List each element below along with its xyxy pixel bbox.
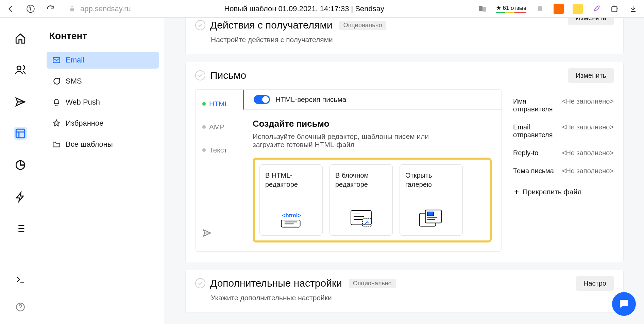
icon-rail (0, 18, 41, 324)
section-recipients: Изменить Действия с получателями Опциона… (185, 18, 624, 54)
sidebar: Контент Email SMS Web Push Избранное (41, 18, 165, 324)
browser-chrome: app.sendsay.ru Новый шаблон 01.09.2021, … (0, 0, 644, 18)
svg-rect-4 (612, 6, 617, 12)
svg-rect-6 (16, 129, 25, 138)
section-extra: Настро Дополнительные настройки Опционал… (185, 270, 624, 312)
rail-stats-icon[interactable] (14, 159, 27, 172)
sidebar-item-label: Все шаблоны (66, 140, 113, 149)
sidebar-item-email[interactable]: Email (47, 52, 159, 69)
rail-console-icon[interactable] (14, 273, 27, 287)
main-content: Изменить Действия с получателями Опциона… (165, 18, 644, 324)
folder-icon (52, 140, 61, 149)
url-area[interactable]: app.sendsay.ru (67, 4, 131, 14)
feather-icon[interactable] (592, 4, 601, 14)
download-icon[interactable] (628, 4, 638, 14)
rail-templates-icon[interactable] (14, 127, 27, 140)
sidebar-item-all-templates[interactable]: Все шаблоны (47, 136, 159, 153)
url-text: app.sendsay.ru (80, 4, 131, 13)
optional-badge: Опционально (349, 279, 396, 288)
bookmark-icon[interactable] (535, 4, 545, 14)
toggle-label: HTML-версия письма (275, 95, 346, 104)
block-editor-icon (348, 209, 375, 229)
card-block-editor[interactable]: В блочном редакторе (329, 164, 393, 236)
svg-text:<html>: <html> (282, 212, 301, 219)
section-desc: Укажите дополнительные настройки (211, 294, 614, 302)
meta-sender-email: Email отправителя <Не заполнено> (513, 123, 614, 139)
editor-pane: HTML-версия письма Создайте письмо Испол… (243, 90, 501, 251)
rail-send-icon[interactable] (14, 95, 27, 108)
section-title: Письмо (210, 70, 246, 81)
chat-icon (52, 77, 61, 86)
yandex-logo-icon[interactable] (26, 4, 35, 14)
reviews-badge[interactable]: ★ 61 отзыв (496, 4, 526, 13)
test-send-button[interactable] (202, 228, 236, 238)
chat-fab[interactable] (612, 292, 636, 316)
sidebar-item-favorites[interactable]: Избранное (47, 115, 159, 132)
svg-rect-2 (479, 6, 482, 11)
tab-title: Новый шаблон 01.09.2021, 14:17:33 | Send… (141, 4, 468, 13)
card-open-gallery[interactable]: Открыть галерею (400, 164, 463, 236)
letter-editor-panel: HTML AMP Текст (195, 89, 502, 252)
browser-nav-left: app.sendsay.ru (6, 4, 131, 14)
sidebar-item-label: Email (66, 56, 84, 65)
status-dot-icon (202, 148, 206, 152)
back-icon[interactable] (6, 4, 16, 14)
check-icon (195, 20, 205, 30)
rail-forms-icon[interactable] (14, 222, 27, 235)
extension-yellow-icon[interactable] (573, 4, 583, 14)
browser-nav-right: ★ 61 отзыв (478, 4, 638, 14)
svg-rect-15 (427, 212, 434, 216)
svg-rect-10 (281, 220, 300, 227)
letter-meta: Имя отправителя <Не заполнено> Email отп… (502, 89, 614, 252)
svg-rect-3 (482, 7, 486, 12)
create-letter-desc: Используйте блочный редактор, шаблоны пи… (253, 132, 443, 149)
rail-automation-icon[interactable] (14, 191, 27, 203)
sidebar-item-webpush[interactable]: Web Push (47, 94, 159, 111)
check-icon (195, 70, 205, 80)
tab-html[interactable]: HTML (202, 100, 236, 108)
check-icon (195, 278, 205, 288)
rail-audience-icon[interactable] (14, 64, 27, 76)
tab-text[interactable]: Текст (202, 146, 236, 154)
edit-letter-button[interactable]: Изменить (568, 68, 614, 83)
star-icon (52, 119, 61, 128)
meta-sender-name: Имя отправителя <Не заполнено> (513, 97, 614, 113)
create-letter-title: Создайте письмо (253, 119, 492, 129)
rail-help-icon[interactable] (14, 300, 27, 314)
section-title: Дополнительные настройки (210, 277, 342, 289)
editor-cards-highlight: В HTML-редакторе <html> (253, 158, 492, 242)
meta-reply-to: Reply-to <Не заполнено> (513, 149, 614, 157)
svg-rect-1 (70, 8, 74, 11)
section-title: Действия с получателями (210, 19, 333, 31)
sidebar-item-label: SMS (66, 77, 82, 86)
html-version-toggle[interactable] (254, 95, 270, 104)
lock-icon (67, 4, 77, 14)
bell-icon (52, 98, 61, 107)
format-tabs: HTML AMP Текст (196, 90, 243, 251)
sidebar-item-label: Web Push (66, 98, 100, 107)
extension-orange-icon[interactable] (554, 4, 564, 14)
rail-home-icon[interactable] (14, 32, 27, 44)
edit-recipients-button[interactable]: Изменить (568, 18, 614, 25)
html-editor-icon: <html> (277, 209, 305, 229)
html-version-row: HTML-версия письма (243, 90, 501, 110)
status-dot-icon (202, 125, 206, 129)
sidebar-title: Контент (47, 31, 159, 52)
sidebar-item-sms[interactable]: SMS (47, 73, 159, 90)
edit-extra-button[interactable]: Настро (576, 276, 614, 291)
status-dot-icon (202, 102, 206, 106)
sidebar-item-label: Избранное (66, 119, 104, 128)
mail-icon (52, 56, 61, 65)
attach-file-button[interactable]: Прикрепить файл (513, 188, 614, 196)
reload-icon[interactable] (46, 4, 55, 14)
extensions-icon[interactable] (610, 4, 620, 14)
tab-amp[interactable]: AMP (202, 123, 236, 131)
section-desc: Настройте действия с получателями (211, 36, 614, 44)
gallery-icon (418, 209, 445, 229)
translate-icon[interactable] (478, 4, 487, 14)
svg-point-5 (17, 66, 21, 70)
section-letter: Изменить Письмо HTML AMP (185, 62, 624, 262)
meta-subject: Тема письма <Не заполнено> (513, 167, 614, 175)
card-html-editor[interactable]: В HTML-редакторе <html> (259, 164, 323, 236)
svg-point-0 (27, 5, 34, 13)
